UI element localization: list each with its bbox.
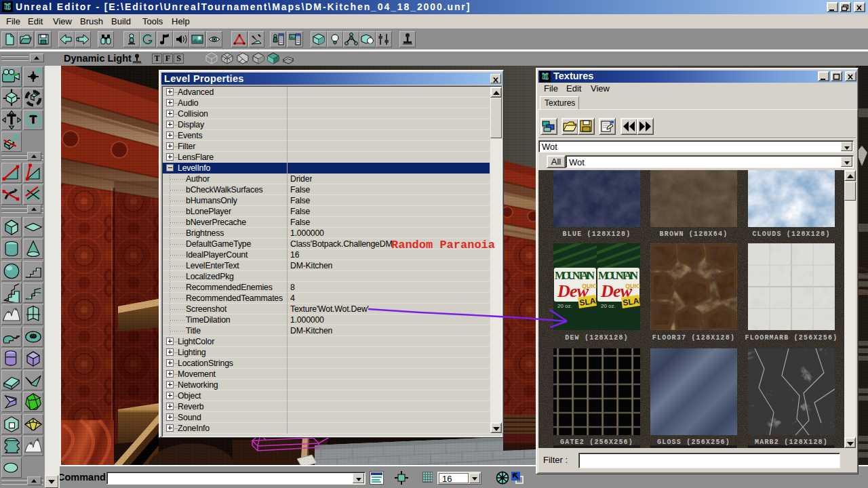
svg-text:MOUNTAIN: MOUNTAIN bbox=[555, 270, 595, 281]
svg-text:20 oz.: 20 oz. bbox=[601, 303, 616, 309]
svg-text:MOUNTAIN: MOUNTAIN bbox=[598, 270, 638, 281]
svg-text:20 oz.: 20 oz. bbox=[557, 303, 572, 309]
svg-text:QUICK: QUICK bbox=[625, 283, 640, 289]
